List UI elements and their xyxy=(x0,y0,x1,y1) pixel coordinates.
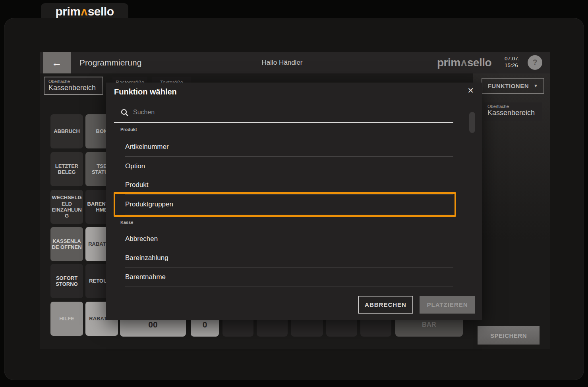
function-item-option[interactable]: Option xyxy=(125,162,453,170)
surface-value: Kassenbereich xyxy=(487,109,538,117)
surface-label: Oberfläche xyxy=(48,79,99,84)
page-title: Programmierung xyxy=(79,52,141,73)
divider xyxy=(125,156,453,157)
functions-dropdown-button[interactable]: FUNKTIONEN ▼ xyxy=(482,78,544,94)
key-letzter-beleg[interactable]: LETZTER BELEG xyxy=(50,152,83,186)
logo-text-suffix: sello xyxy=(88,5,114,18)
divider xyxy=(125,176,453,176)
function-item-barentnahme[interactable]: Barentnahme xyxy=(125,273,453,281)
key-label: SOFORT STORNO xyxy=(52,275,82,287)
save-button[interactable]: SPEICHERN xyxy=(478,326,540,345)
help-button[interactable]: ? xyxy=(528,55,542,70)
search-icon xyxy=(121,109,128,116)
function-select-dialog: Funktion wählen ✕ Produkt Artikelnummer … xyxy=(106,83,482,320)
function-item-abbrechen[interactable]: Abbrechen xyxy=(125,235,453,243)
key-label: LETZTER BELEG xyxy=(52,163,82,175)
key-label: HILFE xyxy=(59,316,74,322)
logo-text-suffix: sello xyxy=(467,56,491,69)
key-kassenlade-oeffnen[interactable]: KASSENLADE ÖFFNEN xyxy=(50,227,83,261)
section-label-produkt: Produkt xyxy=(120,127,137,132)
logo-accent-glyph: ʌ xyxy=(80,5,87,18)
key-label: ABBRUCH xyxy=(54,128,80,134)
time-text: 15:26 xyxy=(505,62,520,69)
divider xyxy=(125,287,453,287)
logo-text-prefix: prim xyxy=(437,56,460,69)
function-item-bareinzahlung[interactable]: Bareinzahlung xyxy=(125,254,453,262)
divider xyxy=(125,268,453,268)
date-text: 07.07. xyxy=(505,56,520,62)
logo-text-prefix: prim xyxy=(55,5,80,18)
place-button[interactable]: PLATZIEREN xyxy=(420,296,475,314)
chevron-down-icon: ▼ xyxy=(534,83,538,88)
key-label: 0 xyxy=(203,320,207,329)
selection-highlight-box xyxy=(114,192,456,217)
scrollbar-thumb[interactable] xyxy=(469,112,475,133)
surface-value: Kassenbereich xyxy=(48,84,99,92)
key-label: 00 xyxy=(148,320,157,329)
key-sofort-storno[interactable]: SOFORT STORNO xyxy=(50,264,83,298)
save-label: SPEICHERN xyxy=(490,332,527,339)
back-arrow-icon: ← xyxy=(52,57,62,69)
function-item-artikelnummer[interactable]: Artikelnummer xyxy=(125,143,453,151)
question-mark-icon: ? xyxy=(532,58,537,67)
back-button[interactable]: ← xyxy=(43,52,71,73)
divider xyxy=(125,249,453,249)
close-icon[interactable]: ✕ xyxy=(467,86,474,95)
dialog-title: Funktion wählen xyxy=(114,87,177,96)
key-abbruch[interactable]: ABBRUCH xyxy=(50,114,83,148)
functions-label: FUNKTIONEN xyxy=(488,83,529,89)
search-underline xyxy=(114,122,453,123)
user-greeting: Hallo Händler xyxy=(222,52,342,73)
app-logo-tab: primʌsello xyxy=(41,3,128,20)
search-input[interactable] xyxy=(133,106,300,118)
key-label: KASSENLADE ÖFFNEN xyxy=(52,238,82,250)
surface-selector[interactable]: Oberfläche Kassenbereich xyxy=(44,77,103,95)
key-hilfe[interactable]: HILFE xyxy=(50,302,83,336)
header-logo: primʌsello xyxy=(437,52,491,73)
function-item-produkt[interactable]: Produkt xyxy=(125,181,453,189)
key-wechselgeld-einzahlung[interactable]: WECHSELGELD EINZAHLUNG xyxy=(50,190,83,224)
key-label: WECHSELGELD EINZAHLUNG xyxy=(52,194,82,219)
section-label-kasse: Kasse xyxy=(120,220,133,225)
logo-accent-glyph: ʌ xyxy=(460,56,467,69)
datetime-display: 07.07. 15:26 xyxy=(505,56,520,69)
key-label: BAR xyxy=(422,321,436,328)
cancel-button[interactable]: ABBRECHEN xyxy=(358,296,413,314)
surface-label: Oberfläche xyxy=(487,104,538,109)
place-label: PLATZIEREN xyxy=(427,301,468,308)
cancel-label: ABBRECHEN xyxy=(365,301,406,308)
surface-info-box: Oberfläche Kassenbereich xyxy=(484,102,542,121)
